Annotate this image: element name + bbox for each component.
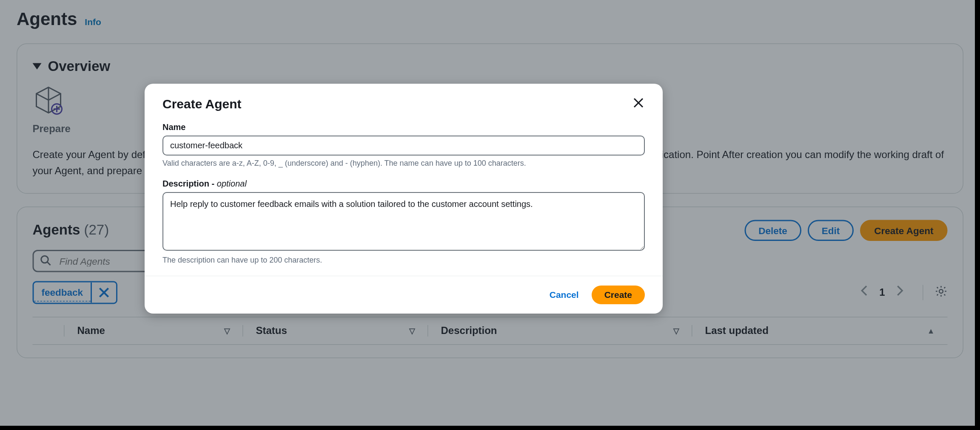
name-hint: Valid characters are a-z, A-Z, 0-9, _ (u… <box>162 159 645 168</box>
modal-close-icon[interactable] <box>632 96 645 111</box>
description-hint: The description can have up to 200 chara… <box>162 256 645 265</box>
cancel-button[interactable]: Cancel <box>550 290 579 300</box>
description-label: Description - optional <box>162 179 645 189</box>
name-label: Name <box>162 122 645 132</box>
create-agent-modal: Create Agent Name Valid characters are a… <box>145 84 663 314</box>
modal-title: Create Agent <box>162 97 242 111</box>
description-textarea[interactable] <box>162 192 645 251</box>
name-input[interactable] <box>162 136 645 156</box>
create-button[interactable]: Create <box>592 286 645 304</box>
